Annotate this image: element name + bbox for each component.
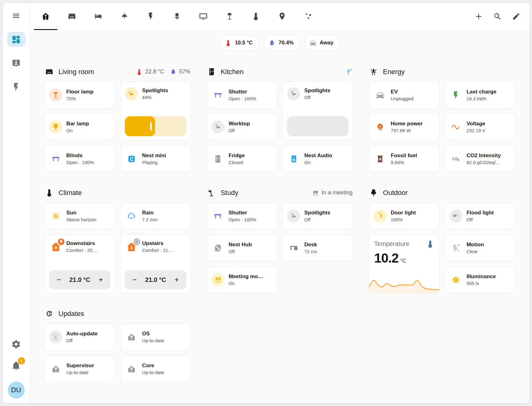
desk-lamp-icon [207, 188, 216, 197]
card-title: Shutter [229, 210, 256, 216]
card-bar-lamp[interactable]: Bar lampOn [44, 113, 115, 140]
card-auto-update[interactable]: Auto-updateOff [44, 323, 115, 350]
card-kitchen-spotlights[interactable]: SpotlightsOff [282, 82, 353, 140]
section-title: Climate [58, 189, 82, 197]
card-core[interactable]: CoreUp-to-date [120, 355, 191, 382]
card-state: 797.86 W [391, 128, 423, 133]
card-main-row: EVUnplugged [373, 87, 435, 103]
tab-sofa[interactable] [59, 3, 85, 30]
card-fossil-fuel[interactable]: Fossil fuel9.84% [369, 145, 439, 172]
chip-thermometer[interactable]: 10.5 °C [220, 35, 259, 51]
card-supervisor[interactable]: SupervisorUp-to-date [44, 355, 115, 382]
increase-button[interactable]: + [94, 273, 108, 287]
card-illuminance[interactable]: Illuminance555 lx [445, 266, 515, 293]
card-state: 70% [66, 96, 94, 101]
card-co2-intensity[interactable]: CO2CO2 Intensity62.0 gCO2eq/… [445, 145, 515, 172]
card-shutter[interactable]: ShutterOpen · 100% [207, 82, 277, 108]
thermometer-icon [136, 68, 143, 75]
decrease-button[interactable]: − [127, 273, 142, 287]
card-last-charge[interactable]: Last charge16.3 kWh [445, 82, 515, 108]
settings-button[interactable] [10, 338, 23, 350]
tab-home-assistant[interactable] [33, 3, 59, 30]
card-texts: Desk72 cm [304, 242, 317, 254]
sidebar-item-badge-account[interactable] [7, 56, 25, 71]
main-area: 10.5 °C70.4%Away Living room22.8 °C57%Fl… [30, 3, 530, 403]
card-title: Nest mini [142, 153, 166, 159]
card-worktop[interactable]: WorktopOff [207, 113, 277, 140]
sidebar: 1DU [3, 3, 30, 403]
card-desk[interactable]: Desk72 cm [282, 234, 353, 261]
sidebar-item-view-dashboard[interactable] [7, 32, 25, 47]
add-button[interactable] [470, 8, 487, 24]
brightness-slider[interactable] [125, 116, 186, 136]
tab-scatter-plot[interactable] [295, 3, 322, 30]
card-upstairs[interactable]: 1UpstairsComfort · 21.…−21.0 °C+ [120, 234, 191, 293]
tab-map-marker[interactable] [269, 3, 295, 30]
card-temperature[interactable]: Temperature10.2°C [369, 234, 439, 293]
section-cards: Auto-updateOffSupervisorUp-to-dateOSUp-t… [44, 323, 191, 382]
menu-button[interactable] [9, 8, 24, 23]
notifications-button[interactable]: 1 [10, 359, 23, 372]
tab-thermometer[interactable] [243, 3, 269, 30]
card-spotlights[interactable]: Spotlights49% [120, 82, 191, 140]
section-header: Living room22.8 °C57% [45, 68, 190, 76]
card-study-spotlights[interactable]: SpotlightsOff [282, 203, 353, 229]
user-avatar[interactable]: DU [8, 382, 25, 398]
card-state: On [66, 128, 89, 133]
card-main-row: Desk72 cm [287, 240, 348, 256]
section-title: Energy [383, 68, 405, 76]
card-sun[interactable]: SunAbove horizon [44, 203, 115, 229]
fridge-icon-wrap [211, 152, 225, 165]
decrease-button[interactable]: − [52, 273, 66, 287]
card-main-row: Voltage232.19 V [449, 119, 511, 135]
search-button[interactable] [489, 8, 505, 24]
card-flood-light[interactable]: Flood lightOff [445, 203, 515, 229]
menu-icon [12, 12, 20, 20]
chip-water-percent[interactable]: 70.4% [264, 35, 300, 51]
chip-label: 10.5 °C [235, 40, 253, 46]
car-icon [309, 39, 317, 47]
temperature-card-header: Temperature [374, 240, 434, 248]
sidebar-nav [7, 23, 25, 94]
card-floor-lamp[interactable]: Floor lamp70% [44, 82, 115, 108]
card-door-light[interactable]: Door light100% [369, 203, 439, 229]
tab-floor-lamp[interactable] [216, 3, 243, 30]
card-downstairs[interactable]: 0DownstairsComfort · 20.…−21.0 °C+ [44, 234, 115, 293]
sidebar-item-flash[interactable] [7, 79, 25, 94]
card-os[interactable]: OSUp-to-date [120, 323, 191, 350]
topbar [30, 3, 530, 30]
card-fridge[interactable]: FridgeClosed [207, 145, 277, 172]
tab-flower[interactable] [164, 3, 190, 30]
brightness-slider[interactable] [287, 116, 348, 136]
card-texts: SpotlightsOff [304, 88, 330, 100]
card-rain[interactable]: Rain7.2 mm [120, 203, 191, 229]
tab-pendant-light[interactable] [111, 3, 138, 30]
stat-label: In a meeting [322, 189, 352, 196]
card-nest-audio[interactable]: Nest AudioOn [282, 145, 353, 172]
card-title: Nest Audio [304, 153, 332, 159]
chip-car[interactable]: Away [305, 35, 340, 51]
cast-audio-icon-wrap [125, 152, 138, 165]
card-texts: Rain7.2 mm [142, 210, 158, 222]
card-title: Motion [467, 242, 484, 248]
section-cards: SunAbove horizon0DownstairsComfort · 20.… [44, 203, 191, 293]
card-nest-mini[interactable]: Nest miniPlaying [120, 145, 191, 172]
card-study-shutter[interactable]: ShutterOpen · 100% [207, 203, 277, 229]
card-blinds[interactable]: BlindsOpen · 100% [44, 145, 115, 172]
slider-handle[interactable] [150, 122, 152, 131]
card-nest-hub[interactable]: Nest HubOff [207, 234, 277, 261]
tab-bed[interactable] [85, 3, 111, 30]
sun-icon-wrap [49, 209, 62, 223]
increase-button[interactable]: + [170, 273, 184, 287]
tab-tv[interactable] [190, 3, 216, 30]
card-voltage[interactable]: Voltage232.19 V [445, 113, 515, 140]
tab-flash[interactable] [138, 3, 164, 30]
card-meeting-mode[interactable]: Meeting mo…On [207, 266, 277, 293]
card-ev[interactable]: EVUnplugged [369, 82, 439, 108]
card-home-power[interactable]: Home power797.86 W [369, 113, 439, 140]
card-main-row: SpotlightsOff [287, 86, 348, 102]
card-motion[interactable]: MotionClear [445, 234, 515, 261]
thermometer-icon [225, 39, 232, 47]
edit-button[interactable] [508, 8, 524, 24]
laptop-account-icon [312, 189, 319, 196]
